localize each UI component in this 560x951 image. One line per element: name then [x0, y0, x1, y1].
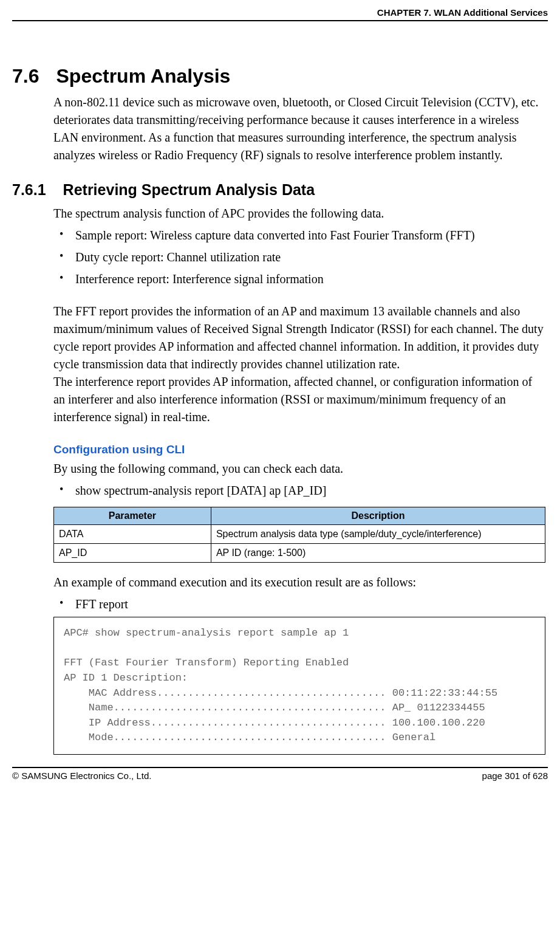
cli-command-list: show spectrum-analysis report [DATA] ap … — [53, 481, 545, 500]
parameter-table: Parameter Description DATA Spectrum anal… — [53, 507, 545, 563]
fft-paragraph: The FFT report provides the information … — [53, 303, 545, 373]
cli-heading: Configuration using CLI — [53, 443, 545, 456]
example-intro: An example of command execution and its … — [53, 574, 545, 591]
subsection-heading: 7.6.1Retrieving Spectrum Analysis Data — [12, 181, 548, 199]
subsection-number: 7.6.1 — [12, 181, 46, 199]
table-header-description: Description — [211, 507, 545, 525]
table-cell: AP_ID — [54, 544, 211, 563]
page-number: page 301 of 628 — [482, 771, 548, 781]
chapter-label: CHAPTER 7. WLAN Additional Services — [377, 7, 548, 18]
section-title: Spectrum Analysis — [56, 65, 230, 87]
cli-text: By using the following command, you can … — [53, 460, 545, 478]
table-cell: DATA — [54, 525, 211, 544]
data-type-list: Sample report: Wireless capture data con… — [53, 226, 545, 288]
section-heading: 7.6Spectrum Analysis — [12, 65, 548, 88]
list-item: show spectrum-analysis report [DATA] ap … — [53, 481, 545, 500]
page-header: CHAPTER 7. WLAN Additional Services — [12, 6, 548, 21]
table-cell: AP ID (range: 1-500) — [211, 544, 545, 563]
list-item: FFT report — [53, 595, 545, 613]
example-list: FFT report — [53, 595, 545, 613]
list-item: Interference report: Interference signal… — [53, 270, 545, 288]
list-item: Sample report: Wireless capture data con… — [53, 226, 545, 244]
section-intro: A non-802.11 device such as microwave ov… — [53, 94, 545, 164]
subsection-title: Retrieving Spectrum Analysis Data — [63, 181, 315, 198]
table-cell: Spectrum analysis data type (sample/duty… — [211, 525, 545, 544]
section-number: 7.6 — [12, 65, 39, 88]
list-item: Duty cycle report: Channel utilization r… — [53, 248, 545, 266]
interference-paragraph: The interference report provides AP info… — [53, 373, 545, 426]
table-row: DATA Spectrum analysis data type (sample… — [54, 525, 545, 544]
table-row: AP_ID AP ID (range: 1-500) — [54, 544, 545, 563]
table-header-parameter: Parameter — [54, 507, 211, 525]
copyright-text: © SAMSUNG Electronics Co., Ltd. — [12, 771, 151, 781]
subsection-intro: The spectrum analysis function of APC pr… — [53, 205, 545, 222]
code-output: APC# show spectrum-analysis report sampl… — [53, 617, 545, 755]
page-footer: © SAMSUNG Electronics Co., Ltd. page 301… — [12, 767, 548, 781]
